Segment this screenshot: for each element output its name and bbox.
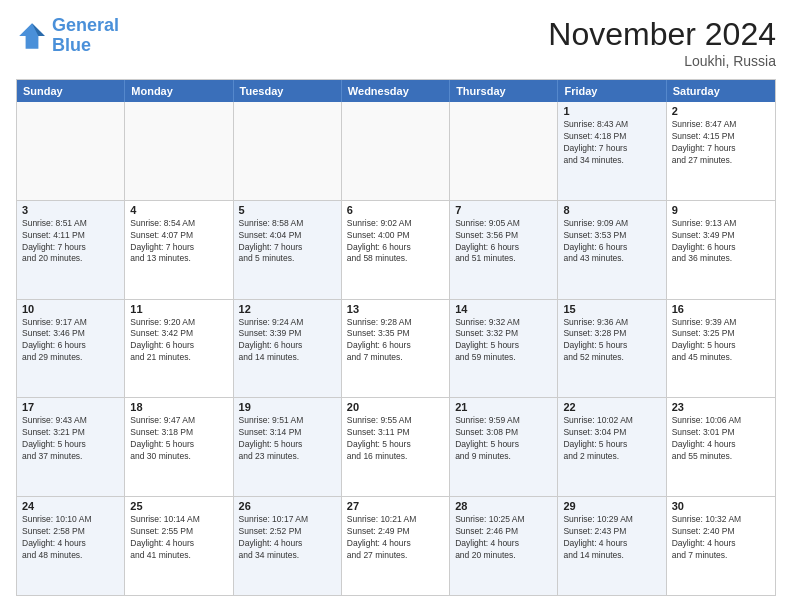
logo-line1: General: [52, 15, 119, 35]
header-thursday: Thursday: [450, 80, 558, 102]
cal-cell-r0-c2: [234, 102, 342, 200]
day-num-13: 13: [347, 303, 444, 315]
cell-info-8: Sunrise: 9:09 AM Sunset: 3:53 PM Dayligh…: [563, 218, 660, 266]
day-num-18: 18: [130, 401, 227, 413]
logo-icon: [16, 20, 48, 52]
header-saturday: Saturday: [667, 80, 775, 102]
month-title: November 2024: [548, 16, 776, 53]
cell-info-14: Sunrise: 9:32 AM Sunset: 3:32 PM Dayligh…: [455, 317, 552, 365]
cal-cell-r2-c3: 13Sunrise: 9:28 AM Sunset: 3:35 PM Dayli…: [342, 300, 450, 398]
logo-line2: Blue: [52, 35, 91, 55]
cell-info-1: Sunrise: 8:43 AM Sunset: 4:18 PM Dayligh…: [563, 119, 660, 167]
cal-cell-r1-c0: 3Sunrise: 8:51 AM Sunset: 4:11 PM Daylig…: [17, 201, 125, 299]
day-num-11: 11: [130, 303, 227, 315]
calendar-body: 1Sunrise: 8:43 AM Sunset: 4:18 PM Daylig…: [17, 102, 775, 595]
header: General Blue November 2024 Loukhi, Russi…: [16, 16, 776, 69]
day-num-14: 14: [455, 303, 552, 315]
cell-info-5: Sunrise: 8:58 AM Sunset: 4:04 PM Dayligh…: [239, 218, 336, 266]
cell-info-24: Sunrise: 10:10 AM Sunset: 2:58 PM Daylig…: [22, 514, 119, 562]
cal-cell-r4-c6: 30Sunrise: 10:32 AM Sunset: 2:40 PM Dayl…: [667, 497, 775, 595]
cal-cell-r1-c5: 8Sunrise: 9:09 AM Sunset: 3:53 PM Daylig…: [558, 201, 666, 299]
location: Loukhi, Russia: [548, 53, 776, 69]
cal-cell-r1-c4: 7Sunrise: 9:05 AM Sunset: 3:56 PM Daylig…: [450, 201, 558, 299]
day-num-4: 4: [130, 204, 227, 216]
title-block: November 2024 Loukhi, Russia: [548, 16, 776, 69]
cal-cell-r0-c4: [450, 102, 558, 200]
cal-row-2: 10Sunrise: 9:17 AM Sunset: 3:46 PM Dayli…: [17, 299, 775, 398]
day-num-29: 29: [563, 500, 660, 512]
cell-info-6: Sunrise: 9:02 AM Sunset: 4:00 PM Dayligh…: [347, 218, 444, 266]
day-num-27: 27: [347, 500, 444, 512]
cal-cell-r1-c2: 5Sunrise: 8:58 AM Sunset: 4:04 PM Daylig…: [234, 201, 342, 299]
day-num-6: 6: [347, 204, 444, 216]
cell-info-28: Sunrise: 10:25 AM Sunset: 2:46 PM Daylig…: [455, 514, 552, 562]
cal-row-1: 3Sunrise: 8:51 AM Sunset: 4:11 PM Daylig…: [17, 200, 775, 299]
cal-cell-r3-c5: 22Sunrise: 10:02 AM Sunset: 3:04 PM Dayl…: [558, 398, 666, 496]
cal-cell-r4-c3: 27Sunrise: 10:21 AM Sunset: 2:49 PM Dayl…: [342, 497, 450, 595]
cal-cell-r4-c4: 28Sunrise: 10:25 AM Sunset: 2:46 PM Dayl…: [450, 497, 558, 595]
cell-info-7: Sunrise: 9:05 AM Sunset: 3:56 PM Dayligh…: [455, 218, 552, 266]
cal-cell-r2-c6: 16Sunrise: 9:39 AM Sunset: 3:25 PM Dayli…: [667, 300, 775, 398]
day-num-24: 24: [22, 500, 119, 512]
cell-info-15: Sunrise: 9:36 AM Sunset: 3:28 PM Dayligh…: [563, 317, 660, 365]
header-sunday: Sunday: [17, 80, 125, 102]
cal-cell-r4-c0: 24Sunrise: 10:10 AM Sunset: 2:58 PM Dayl…: [17, 497, 125, 595]
day-num-22: 22: [563, 401, 660, 413]
cell-info-27: Sunrise: 10:21 AM Sunset: 2:49 PM Daylig…: [347, 514, 444, 562]
header-wednesday: Wednesday: [342, 80, 450, 102]
cell-info-3: Sunrise: 8:51 AM Sunset: 4:11 PM Dayligh…: [22, 218, 119, 266]
cell-info-30: Sunrise: 10:32 AM Sunset: 2:40 PM Daylig…: [672, 514, 770, 562]
cell-info-11: Sunrise: 9:20 AM Sunset: 3:42 PM Dayligh…: [130, 317, 227, 365]
cal-cell-r4-c2: 26Sunrise: 10:17 AM Sunset: 2:52 PM Dayl…: [234, 497, 342, 595]
cal-cell-r2-c4: 14Sunrise: 9:32 AM Sunset: 3:32 PM Dayli…: [450, 300, 558, 398]
cal-cell-r1-c3: 6Sunrise: 9:02 AM Sunset: 4:00 PM Daylig…: [342, 201, 450, 299]
cal-row-0: 1Sunrise: 8:43 AM Sunset: 4:18 PM Daylig…: [17, 102, 775, 200]
cal-cell-r3-c4: 21Sunrise: 9:59 AM Sunset: 3:08 PM Dayli…: [450, 398, 558, 496]
cell-info-25: Sunrise: 10:14 AM Sunset: 2:55 PM Daylig…: [130, 514, 227, 562]
cal-cell-r1-c1: 4Sunrise: 8:54 AM Sunset: 4:07 PM Daylig…: [125, 201, 233, 299]
day-num-9: 9: [672, 204, 770, 216]
cal-cell-r2-c0: 10Sunrise: 9:17 AM Sunset: 3:46 PM Dayli…: [17, 300, 125, 398]
cell-info-23: Sunrise: 10:06 AM Sunset: 3:01 PM Daylig…: [672, 415, 770, 463]
cell-info-9: Sunrise: 9:13 AM Sunset: 3:49 PM Dayligh…: [672, 218, 770, 266]
cal-cell-r0-c0: [17, 102, 125, 200]
cell-info-4: Sunrise: 8:54 AM Sunset: 4:07 PM Dayligh…: [130, 218, 227, 266]
cell-info-19: Sunrise: 9:51 AM Sunset: 3:14 PM Dayligh…: [239, 415, 336, 463]
day-num-7: 7: [455, 204, 552, 216]
day-num-10: 10: [22, 303, 119, 315]
cell-info-21: Sunrise: 9:59 AM Sunset: 3:08 PM Dayligh…: [455, 415, 552, 463]
cal-cell-r2-c1: 11Sunrise: 9:20 AM Sunset: 3:42 PM Dayli…: [125, 300, 233, 398]
cal-cell-r4-c1: 25Sunrise: 10:14 AM Sunset: 2:55 PM Dayl…: [125, 497, 233, 595]
day-num-17: 17: [22, 401, 119, 413]
day-num-28: 28: [455, 500, 552, 512]
cell-info-16: Sunrise: 9:39 AM Sunset: 3:25 PM Dayligh…: [672, 317, 770, 365]
cal-cell-r3-c2: 19Sunrise: 9:51 AM Sunset: 3:14 PM Dayli…: [234, 398, 342, 496]
cell-info-29: Sunrise: 10:29 AM Sunset: 2:43 PM Daylig…: [563, 514, 660, 562]
cal-cell-r3-c6: 23Sunrise: 10:06 AM Sunset: 3:01 PM Dayl…: [667, 398, 775, 496]
cell-info-18: Sunrise: 9:47 AM Sunset: 3:18 PM Dayligh…: [130, 415, 227, 463]
logo: General Blue: [16, 16, 119, 56]
cal-cell-r0-c6: 2Sunrise: 8:47 AM Sunset: 4:15 PM Daylig…: [667, 102, 775, 200]
cal-cell-r4-c5: 29Sunrise: 10:29 AM Sunset: 2:43 PM Dayl…: [558, 497, 666, 595]
header-tuesday: Tuesday: [234, 80, 342, 102]
cell-info-2: Sunrise: 8:47 AM Sunset: 4:15 PM Dayligh…: [672, 119, 770, 167]
calendar: Sunday Monday Tuesday Wednesday Thursday…: [16, 79, 776, 596]
cal-row-4: 24Sunrise: 10:10 AM Sunset: 2:58 PM Dayl…: [17, 496, 775, 595]
calendar-header: Sunday Monday Tuesday Wednesday Thursday…: [17, 80, 775, 102]
page: General Blue November 2024 Loukhi, Russi…: [0, 0, 792, 612]
cal-cell-r2-c2: 12Sunrise: 9:24 AM Sunset: 3:39 PM Dayli…: [234, 300, 342, 398]
day-num-5: 5: [239, 204, 336, 216]
cell-info-13: Sunrise: 9:28 AM Sunset: 3:35 PM Dayligh…: [347, 317, 444, 365]
header-monday: Monday: [125, 80, 233, 102]
day-num-25: 25: [130, 500, 227, 512]
day-num-8: 8: [563, 204, 660, 216]
cal-cell-r3-c1: 18Sunrise: 9:47 AM Sunset: 3:18 PM Dayli…: [125, 398, 233, 496]
day-num-21: 21: [455, 401, 552, 413]
cell-info-10: Sunrise: 9:17 AM Sunset: 3:46 PM Dayligh…: [22, 317, 119, 365]
day-num-1: 1: [563, 105, 660, 117]
cal-cell-r0-c3: [342, 102, 450, 200]
cal-cell-r1-c6: 9Sunrise: 9:13 AM Sunset: 3:49 PM Daylig…: [667, 201, 775, 299]
cell-info-26: Sunrise: 10:17 AM Sunset: 2:52 PM Daylig…: [239, 514, 336, 562]
cell-info-20: Sunrise: 9:55 AM Sunset: 3:11 PM Dayligh…: [347, 415, 444, 463]
cal-cell-r2-c5: 15Sunrise: 9:36 AM Sunset: 3:28 PM Dayli…: [558, 300, 666, 398]
